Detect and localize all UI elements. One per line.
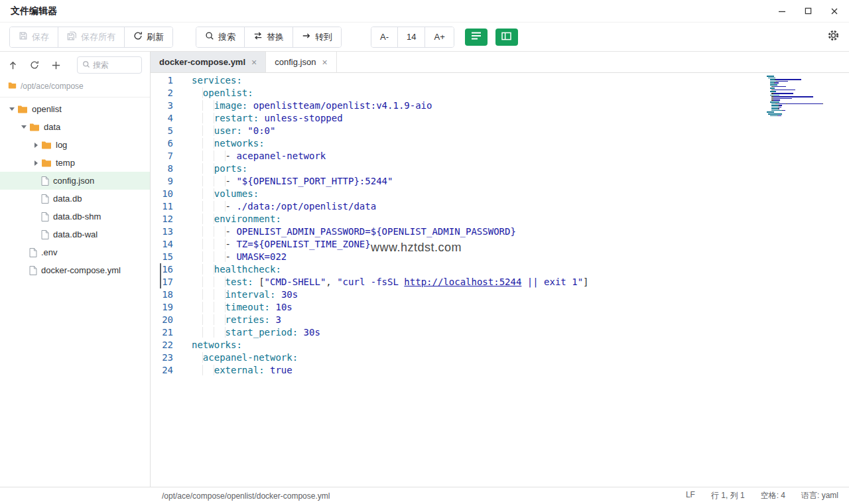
line-number[interactable]: 4 xyxy=(151,112,173,125)
tab-bar: docker-compose.yml×config.json× xyxy=(151,52,849,73)
code-line[interactable]: openlist: xyxy=(192,87,849,99)
search-button[interactable]: 搜索 xyxy=(196,27,245,47)
line-number[interactable]: 8 xyxy=(151,162,173,175)
tree-item-temp[interactable]: temp xyxy=(0,154,150,172)
code-area[interactable]: services: openlist: image: openlistteam/… xyxy=(177,74,849,487)
sidebar-search-input[interactable] xyxy=(93,60,134,70)
code-line[interactable]: - UMASK=022 xyxy=(192,251,849,263)
goto-button[interactable]: 转到 xyxy=(293,27,341,47)
caret-down-icon[interactable] xyxy=(19,125,29,129)
status-eol: LF xyxy=(686,490,695,501)
line-number[interactable]: 19 xyxy=(151,301,173,314)
refresh-tree-button[interactable] xyxy=(30,60,39,70)
code-line[interactable]: test: ["CMD-SHELL", "curl -fsSL http://l… xyxy=(192,276,849,288)
up-directory-button[interactable] xyxy=(8,60,18,70)
code-token: external: xyxy=(214,365,265,375)
indent-guides xyxy=(192,188,214,199)
refresh-button[interactable]: 刷新 xyxy=(125,27,172,47)
line-number[interactable]: 15 xyxy=(151,251,173,263)
line-number[interactable]: 5 xyxy=(151,125,173,137)
tab-close-icon[interactable]: × xyxy=(322,58,327,67)
code-token xyxy=(253,277,259,287)
line-number[interactable]: 17 xyxy=(151,276,173,288)
line-number[interactable]: 7 xyxy=(151,150,173,162)
code-line[interactable]: volumes: xyxy=(192,188,849,200)
minimize-icon[interactable] xyxy=(778,7,786,15)
line-number[interactable]: 10 xyxy=(151,188,173,200)
tree-item-.env[interactable]: .env xyxy=(0,243,150,261)
code-line[interactable]: ports: xyxy=(192,162,849,175)
code-line[interactable]: - "${OPENLIST_PORT_HTTP}:5244" xyxy=(192,175,849,188)
code-line[interactable]: - ./data:/opt/openlist/data xyxy=(192,200,849,213)
code-line[interactable]: timeout: 10s xyxy=(192,301,849,314)
code-line[interactable]: image: openlistteam/openlist:v4.1.9-aio xyxy=(192,99,849,112)
tree-item-data.db[interactable]: data.db xyxy=(0,190,150,208)
save-all-button[interactable]: 保存所有 xyxy=(58,27,125,47)
tree-item-log[interactable]: log xyxy=(0,136,150,154)
tree-item-config.json[interactable]: config.json xyxy=(0,172,150,190)
code-line[interactable]: restart: unless-stopped xyxy=(192,112,849,125)
tree-item-data.db-wal[interactable]: data.db-wal xyxy=(0,225,150,243)
minimap[interactable] xyxy=(767,76,830,117)
code-line[interactable]: services: xyxy=(192,74,849,87)
tab-close-icon[interactable]: × xyxy=(251,58,257,67)
save-button[interactable]: 保存 xyxy=(10,27,58,47)
goto-label: 转到 xyxy=(315,31,332,43)
code-line[interactable]: external: true xyxy=(192,364,849,377)
line-number[interactable]: 21 xyxy=(151,326,173,339)
close-icon[interactable] xyxy=(830,7,838,15)
code-editor[interactable]: 123456789101112131415161718192021222324 … xyxy=(151,73,849,487)
indent-guides xyxy=(192,226,226,237)
caret-down-icon[interactable] xyxy=(7,107,17,111)
tree-item-docker-compose.yml[interactable]: docker-compose.yml xyxy=(0,261,150,279)
code-line[interactable]: retries: 3 xyxy=(192,314,849,326)
code-line[interactable]: environment: xyxy=(192,213,849,225)
line-number[interactable]: 23 xyxy=(151,351,173,364)
code-line[interactable]: interval: 30s xyxy=(192,288,849,301)
tab-docker-compose.yml[interactable]: docker-compose.yml× xyxy=(151,52,266,72)
line-number[interactable]: 11 xyxy=(151,200,173,213)
new-file-button[interactable] xyxy=(51,60,61,70)
maximize-icon[interactable] xyxy=(805,7,812,15)
code-link[interactable]: http://localhost:5244 xyxy=(404,277,521,287)
tree-item-label: log xyxy=(56,140,67,150)
line-number[interactable]: 6 xyxy=(151,137,173,150)
settings-button[interactable] xyxy=(827,29,840,44)
indent-guides xyxy=(192,289,226,300)
line-number[interactable]: 20 xyxy=(151,314,173,326)
code-line[interactable]: acepanel-network: xyxy=(192,351,849,364)
line-number[interactable]: 14 xyxy=(151,238,173,251)
code-line[interactable]: networks: xyxy=(192,137,849,150)
caret-right-icon[interactable] xyxy=(31,160,41,166)
code-line[interactable]: healthcheck: xyxy=(192,263,849,276)
line-number[interactable]: 22 xyxy=(151,339,173,351)
tree-item-openlist[interactable]: openlist xyxy=(0,100,150,118)
font-increase-button[interactable]: A+ xyxy=(425,27,453,47)
code-line[interactable]: start_period: 30s xyxy=(192,326,849,339)
code-token: 30s xyxy=(304,327,320,338)
line-number[interactable]: 24 xyxy=(151,364,173,377)
line-number[interactable]: 13 xyxy=(151,225,173,238)
tree-item-data[interactable]: data xyxy=(0,118,150,136)
font-decrease-button[interactable]: A- xyxy=(371,27,398,47)
line-number[interactable]: 12 xyxy=(151,213,173,225)
line-number[interactable]: 2 xyxy=(151,87,173,99)
code-line[interactable]: - TZ=${OPENLIST_TIME_ZONE} xyxy=(192,238,849,251)
caret-right-icon[interactable] xyxy=(31,143,41,148)
indent-guides xyxy=(192,113,214,123)
code-line[interactable]: user: "0:0" xyxy=(192,125,849,137)
word-wrap-toggle-button[interactable] xyxy=(465,29,488,46)
line-number[interactable]: 18 xyxy=(151,288,173,301)
file-icon xyxy=(41,230,49,239)
tab-config.json[interactable]: config.json× xyxy=(266,52,336,72)
code-line[interactable]: networks: xyxy=(192,339,849,351)
replace-button[interactable]: 替换 xyxy=(245,27,293,47)
panel-view-toggle-button[interactable] xyxy=(495,29,518,46)
code-line[interactable]: - OPENLIST_ADMIN_PASSWORD=${OPENLIST_ADM… xyxy=(192,225,849,238)
line-number[interactable]: 3 xyxy=(151,99,173,112)
code-line[interactable]: - acepanel-network xyxy=(192,150,849,162)
line-number[interactable]: 1 xyxy=(151,74,173,87)
tree-item-data.db-shm[interactable]: data.db-shm xyxy=(0,208,150,225)
line-number[interactable]: 9 xyxy=(151,175,173,188)
line-number[interactable]: 16 xyxy=(151,263,173,276)
